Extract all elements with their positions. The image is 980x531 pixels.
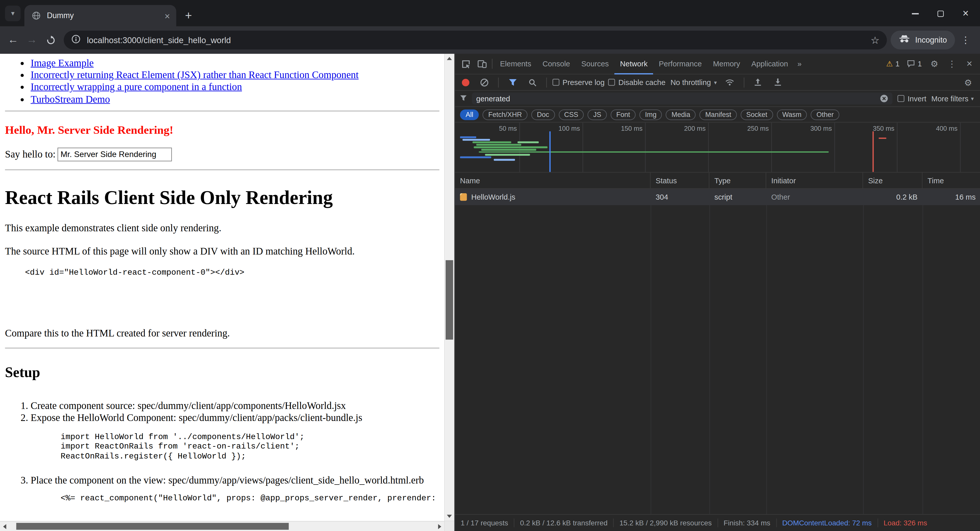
chip-media[interactable]: Media [666,109,696,120]
network-settings-gear-icon[interactable]: ⚙ [960,74,977,90]
chip-img[interactable]: Img [639,109,662,120]
chip-doc[interactable]: Doc [531,109,555,120]
issues-bubble-icon [907,60,915,67]
settings-gear-icon[interactable]: ⚙ [926,56,942,72]
tab-sources[interactable]: Sources [576,53,614,74]
chevron-down-icon: ▾ [11,10,14,18]
timeline-label: 50 ms [486,124,517,132]
titlebar: ▾ Dummy × + × [0,0,980,26]
scroll-up-button[interactable] [444,54,454,63]
disable-cache-checkbox[interactable]: Disable cache [608,78,666,86]
resources-size: 15.2 kB / 2,990 kB resources [614,518,718,527]
chip-wasm[interactable]: Wasm [776,109,807,120]
column-header-initiator[interactable]: Initiator [766,172,863,188]
request-type: script [710,193,767,201]
scroll-down-button[interactable] [444,512,454,521]
vertical-scrollbar-thumb[interactable] [445,260,453,340]
devtools-menu-icon[interactable]: ⋮ [944,56,960,72]
restore-button[interactable] [938,10,944,16]
bookmark-star-icon[interactable]: ☆ [870,34,880,46]
column-header-name[interactable]: Name [455,172,651,188]
inspect-element-icon[interactable] [458,56,474,72]
hello-heading: Hello, Mr. Server Side Rendering! [5,124,439,137]
chip-other[interactable]: Other [811,109,839,120]
minimize-button[interactable] [912,13,919,14]
record-network-log-button[interactable] [462,78,469,86]
scrollbar-corner [444,521,454,531]
horizontal-scrollbar[interactable] [0,521,444,531]
tab-search-button[interactable]: ▾ [5,6,21,21]
export-har-icon[interactable] [770,74,786,90]
column-header-type[interactable]: Type [710,172,767,188]
tab-console[interactable]: Console [537,53,576,74]
link-react-element-jsx[interactable]: Incorrectly returning React Element (JSX… [30,69,359,80]
tab-performance[interactable]: Performance [653,53,707,74]
devtools-close-icon[interactable]: × [961,56,978,72]
column-header-status[interactable]: Status [651,172,709,188]
warning-icon: ⚠ [886,59,893,68]
overview-gridline [960,123,961,172]
filter-icon[interactable] [504,74,520,90]
column-header-size[interactable]: Size [863,172,923,188]
clear-network-log-icon[interactable] [476,74,493,90]
back-button[interactable]: ← [4,30,22,49]
address-bar[interactable]: localhost:3000/client_side_hello_world ☆ [64,30,887,49]
throttling-dropdown[interactable]: No throttling▾ [669,78,718,86]
horizontal-scrollbar-thumb[interactable] [16,523,289,530]
waterfall-bar [473,142,511,143]
network-request-row[interactable]: HelloWorld.js 304 script Other 0.2 kB 16… [455,189,980,205]
chip-fetch-xhr[interactable]: Fetch/XHR [483,109,528,120]
warnings-badge[interactable]: ⚠1 [883,59,903,68]
reload-button[interactable] [41,30,60,49]
overview-gridline [897,123,897,172]
checkbox [897,95,904,102]
network-filter-input[interactable]: generated [472,92,892,105]
column-header-time[interactable]: Time [923,172,980,188]
link-pure-component[interactable]: Incorrectly wrapping a pure component in… [30,81,242,92]
close-window-button[interactable]: × [963,8,969,19]
clear-filter-icon[interactable] [880,94,888,103]
chip-socket[interactable]: Socket [741,109,773,120]
list-item: Incorrectly returning React Element (JSX… [30,69,439,81]
timeline-label: 300 ms [800,124,832,132]
browser-menu-icon[interactable]: ⋮ [958,32,974,48]
vertical-scrollbar[interactable] [444,54,454,521]
chip-css[interactable]: CSS [558,109,584,120]
more-filters-dropdown[interactable]: More filters▾ [931,94,975,103]
name-input[interactable] [57,148,172,161]
chip-font[interactable]: Font [611,109,636,120]
domcontentloaded-time: DOMContentLoaded: 72 ms [776,518,878,527]
new-tab-button[interactable]: + [185,10,192,21]
setup-step-text: Place the component on the view: spec/du… [30,475,424,486]
tab-memory[interactable]: Memory [708,53,746,74]
more-tabs-icon[interactable]: » [794,59,805,68]
tab-network[interactable]: Network [614,53,653,74]
network-conditions-icon[interactable] [722,74,738,90]
list-item: Incorrectly wrapping a pure component in… [30,81,439,93]
network-overview[interactable]: 50 ms 100 ms 150 ms 200 ms 250 ms 300 ms… [455,123,980,172]
divider [5,169,439,170]
site-info-icon[interactable] [71,34,81,46]
import-har-icon[interactable] [750,74,767,90]
device-toolbar-icon[interactable] [474,56,490,72]
issues-badge[interactable]: 1 [904,59,925,68]
link-turbostream-demo[interactable]: TurboStream Demo [30,94,110,104]
search-icon[interactable] [525,74,541,90]
preserve-log-checkbox[interactable]: Preserve log [552,78,605,86]
checkbox [608,79,615,86]
tab-close-icon[interactable]: × [163,11,171,21]
divider [492,59,492,69]
chip-all[interactable]: All [460,109,479,120]
scroll-right-button[interactable] [435,521,444,531]
link-image-example[interactable]: Image Example [30,57,94,68]
waterfall-bar [517,142,539,143]
forward-button[interactable]: → [22,30,41,49]
scroll-left-button[interactable] [0,521,10,531]
requests-table-body: HelloWorld.js 304 script Other 0.2 kB 16… [455,189,980,514]
tab-elements[interactable]: Elements [494,53,537,74]
browser-tab[interactable]: Dummy × [24,5,177,26]
chip-js[interactable]: JS [588,109,607,120]
chip-manifest[interactable]: Manifest [700,109,737,120]
invert-checkbox[interactable]: Invert [897,94,926,103]
tab-application[interactable]: Application [746,53,794,74]
